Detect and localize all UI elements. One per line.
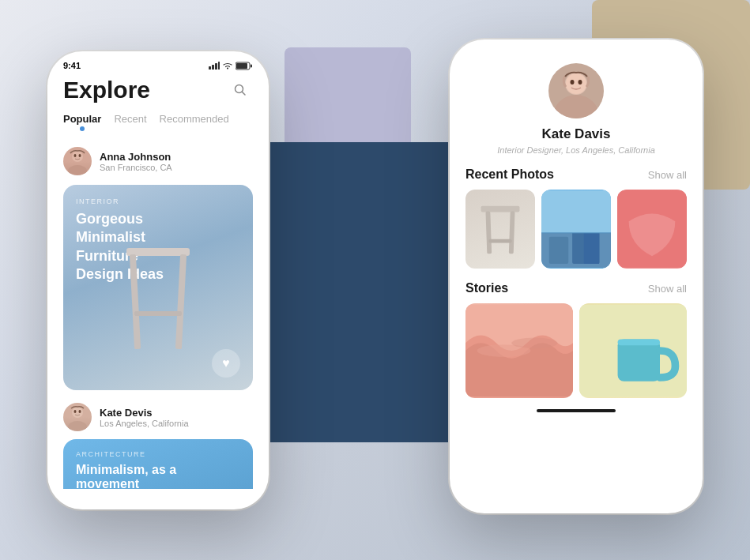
photo-thumb-1[interactable] (465, 190, 535, 269)
photo-building (541, 190, 611, 269)
svg-rect-41 (618, 339, 660, 345)
photos-grid (450, 190, 703, 281)
svg-point-19 (79, 410, 81, 413)
svg-rect-6 (251, 64, 252, 67)
svg-rect-26 (485, 211, 492, 254)
svg-point-23 (571, 80, 575, 85)
photo-thumb-3[interactable] (617, 190, 687, 269)
article-card-secondary[interactable]: ARCHITECTURE Minimalism, as a movement (63, 439, 253, 489)
first-user-name: Anna Johnson (100, 151, 172, 163)
story-thumb-1[interactable] (465, 303, 573, 398)
svg-rect-28 (488, 239, 511, 243)
tab-recommended[interactable]: Recommended (160, 113, 229, 134)
svg-line-9 (243, 92, 246, 96)
svg-rect-1 (212, 65, 214, 70)
status-time: 9:41 (63, 61, 81, 70)
search-icon (234, 84, 247, 96)
recent-photos-show-all[interactable]: Show all (648, 169, 687, 181)
svg-point-16 (68, 421, 87, 430)
profile-bio: Interior Designer, Los Angeles, Californ… (497, 145, 655, 155)
photo-stool (465, 190, 535, 269)
right-phone: Kate Davis Interior Designer, Los Angele… (450, 39, 703, 513)
svg-point-17 (72, 407, 83, 418)
photo-thumb-2[interactable] (541, 190, 611, 269)
anna-avatar (63, 147, 92, 175)
profile-section: Kate Davis Interior Designer, Los Angele… (450, 39, 703, 167)
svg-rect-3 (218, 62, 220, 70)
svg-point-22 (566, 73, 586, 94)
stool-brace (134, 311, 182, 316)
recent-photos-header: Recent Photos Show all (450, 167, 703, 190)
svg-point-13 (74, 154, 77, 157)
second-user-name: Kate Devis (100, 407, 189, 419)
kd-avatar-face (63, 403, 92, 430)
story-wave-illustration (465, 303, 573, 398)
profile-avatar (548, 63, 604, 118)
profile-name: Kate Davis (542, 126, 611, 142)
second-user-location: Los Angeles, California (100, 419, 189, 428)
svg-rect-0 (209, 66, 211, 70)
svg-rect-2 (215, 63, 217, 70)
phone-notch (111, 51, 205, 70)
svg-rect-27 (509, 211, 515, 254)
svg-point-38 (511, 337, 557, 348)
heart-button[interactable]: ♥ (212, 349, 240, 378)
stories-header: Stories Show all (450, 281, 703, 295)
story-thumb-2[interactable] (579, 303, 687, 398)
svg-point-24 (579, 80, 582, 85)
second-card-title: Minimalism, as a movement (76, 463, 240, 489)
svg-point-18 (74, 410, 77, 413)
profile-avatar-face (548, 63, 604, 118)
second-user-info: Kate Devis Los Angeles, California (100, 407, 189, 428)
svg-rect-30 (549, 237, 568, 264)
wifi-icon (223, 62, 232, 70)
svg-point-14 (79, 154, 81, 157)
tab-popular[interactable]: Popular (63, 113, 101, 134)
stories-show-all[interactable]: Show all (648, 283, 687, 295)
svg-rect-33 (541, 190, 611, 233)
first-user-location: San Francisco, CA (100, 163, 172, 172)
article-card-main[interactable]: INTERIOR Gorgeous Minimalist Furniture D… (63, 185, 253, 390)
first-user-info: Anna Johnson San Francisco, CA (100, 151, 172, 172)
svg-rect-40 (618, 339, 660, 381)
phone-left-content: Explore Popular Recent Recommended (47, 70, 269, 489)
left-phone: 9:41 Explore (47, 51, 269, 509)
tab-recent[interactable]: Recent (114, 113, 146, 134)
explore-title: Explore (63, 77, 150, 103)
recent-photos-title: Recent Photos (465, 167, 554, 182)
stool-leg-right (175, 254, 187, 349)
signal-icon (209, 62, 220, 70)
search-button[interactable] (228, 77, 253, 103)
battery-icon (236, 62, 253, 70)
stories-title: Stories (465, 281, 508, 295)
second-user-row: Kate Devis Los Angeles, California (63, 403, 253, 431)
story-mug-illustration (579, 303, 687, 398)
second-card-category: ARCHITECTURE (76, 450, 240, 458)
avatar-face (63, 147, 92, 174)
stool-leg-left (130, 254, 141, 349)
tab-bar: Popular Recent Recommended (63, 113, 253, 134)
photo-abstract (617, 190, 687, 269)
svg-point-11 (68, 165, 87, 174)
first-user-row: Anna Johnson San Francisco, CA (63, 147, 253, 175)
heart-icon: ♥ (222, 356, 230, 370)
explore-header: Explore (63, 77, 253, 103)
svg-rect-7 (236, 63, 247, 69)
svg-point-20 (552, 95, 600, 118)
svg-point-12 (72, 151, 83, 162)
kd-avatar (63, 403, 92, 431)
stories-grid (450, 303, 703, 398)
home-indicator (537, 409, 616, 412)
stool-illustration (115, 248, 202, 374)
card-category: INTERIOR (76, 197, 240, 205)
svg-point-4 (227, 67, 228, 69)
svg-rect-25 (481, 206, 520, 212)
